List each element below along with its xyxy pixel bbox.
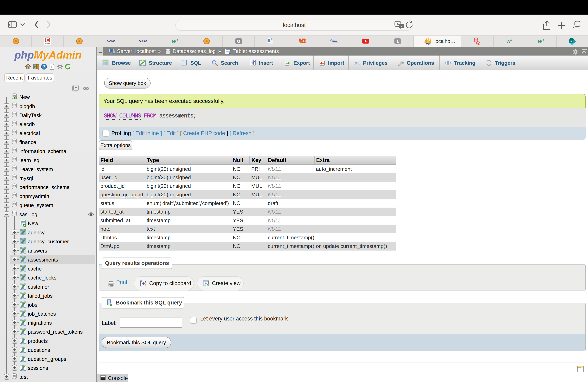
svg-text:PMA: PMA	[426, 42, 431, 45]
svg-text:THNC: THNC	[332, 40, 337, 42]
svg-text:w: w	[506, 38, 511, 44]
svg-text:G: G	[237, 39, 240, 43]
svg-text:3: 3	[177, 38, 178, 41]
svg-text:SQUAT: SQUAT	[45, 43, 50, 44]
svg-text:1: 1	[397, 39, 399, 43]
svg-text:SASLOG: SASLOG	[107, 40, 115, 42]
svg-text:3: 3	[542, 38, 544, 41]
svg-text:w: w	[538, 38, 542, 44]
svg-text:w: w	[172, 38, 176, 44]
svg-text:S: S	[570, 40, 572, 43]
svg-text:A: A	[397, 22, 399, 26]
svg-text:3: 3	[511, 38, 512, 41]
svg-text:SASLOG: SASLOG	[139, 40, 147, 42]
svg-text:x: x	[400, 24, 402, 28]
